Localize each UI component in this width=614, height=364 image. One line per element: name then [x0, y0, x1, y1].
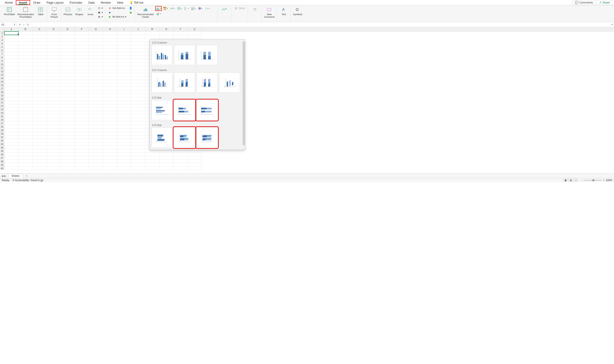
cell[interactable] [47, 129, 61, 132]
cell[interactable] [89, 83, 103, 87]
row-header[interactable]: 5 [0, 45, 4, 49]
cell[interactable] [33, 87, 47, 90]
cell[interactable] [174, 160, 187, 163]
cell[interactable] [89, 56, 103, 59]
cell[interactable] [18, 115, 33, 118]
row-header[interactable]: 13 [0, 73, 4, 77]
cell[interactable] [75, 125, 89, 129]
cell[interactable] [33, 111, 47, 115]
row-header[interactable]: 7 [0, 52, 4, 56]
cell[interactable] [131, 90, 145, 94]
cell[interactable] [47, 42, 61, 45]
column-3d[interactable] [219, 73, 240, 92]
cell[interactable] [47, 156, 61, 160]
fx-icon[interactable]: fx [27, 23, 29, 26]
cell[interactable] [61, 70, 75, 73]
cell[interactable] [18, 73, 33, 77]
tab-data[interactable]: Data [85, 0, 98, 5]
popup-scrollbar[interactable] [243, 41, 245, 145]
cell[interactable] [61, 156, 75, 160]
cell[interactable] [47, 104, 61, 108]
cell[interactable] [75, 77, 89, 80]
cell[interactable] [117, 160, 131, 163]
cell[interactable] [47, 90, 61, 94]
column-header[interactable]: D [47, 27, 61, 31]
cell[interactable] [117, 146, 131, 149]
cell[interactable] [75, 38, 89, 42]
zoom-slider[interactable] [584, 180, 601, 181]
icons-button[interactable]: Icons [85, 6, 96, 16]
cell[interactable] [61, 118, 75, 122]
cell[interactable] [131, 77, 145, 80]
cell[interactable] [187, 163, 202, 167]
cell[interactable] [117, 156, 131, 160]
cell[interactable] [187, 156, 202, 160]
cell[interactable] [131, 135, 145, 139]
cell[interactable] [75, 45, 89, 49]
cell[interactable] [61, 149, 75, 153]
cell[interactable] [61, 139, 75, 142]
cell[interactable] [4, 31, 18, 35]
cell[interactable] [33, 83, 47, 87]
cell[interactable] [103, 149, 117, 153]
cell[interactable] [89, 139, 103, 142]
cell[interactable] [89, 160, 103, 163]
cell[interactable] [4, 153, 18, 156]
cell[interactable] [103, 101, 117, 104]
cell[interactable] [131, 83, 145, 87]
cell[interactable] [33, 63, 47, 66]
cell[interactable] [18, 70, 33, 73]
cell[interactable] [4, 111, 18, 115]
cell[interactable] [103, 42, 117, 45]
slicer-button[interactable]: ▤ Slicer [233, 6, 246, 10]
100-stacked-bar-3d[interactable] [197, 128, 217, 148]
enter-icon[interactable]: ✓ [23, 23, 25, 26]
cell[interactable] [33, 42, 47, 45]
cell[interactable] [89, 167, 103, 170]
cell[interactable] [33, 135, 47, 139]
cell[interactable] [89, 52, 103, 56]
cell[interactable] [61, 49, 75, 52]
column-header[interactable]: I [117, 27, 131, 31]
row-header[interactable]: 36 [0, 153, 4, 156]
cell[interactable] [18, 111, 33, 115]
cell[interactable] [89, 118, 103, 122]
comments-button[interactable]: 💬 Comments [573, 0, 595, 5]
cell[interactable] [18, 149, 33, 153]
cell[interactable] [61, 87, 75, 90]
row-header[interactable]: 28 [0, 125, 4, 129]
cell[interactable] [47, 108, 61, 111]
tab-view[interactable]: View [114, 0, 126, 5]
cell[interactable] [145, 35, 159, 38]
cell[interactable] [75, 35, 89, 38]
cell[interactable] [131, 35, 145, 38]
column-header[interactable]: J [131, 27, 145, 31]
cell[interactable] [117, 115, 131, 118]
cell[interactable] [75, 122, 89, 125]
sparklines-button[interactable] [219, 6, 230, 13]
cell[interactable] [4, 87, 18, 90]
cell[interactable] [18, 42, 33, 45]
cancel-icon[interactable]: ✕ [19, 23, 21, 26]
cell[interactable] [18, 139, 33, 142]
cell[interactable] [131, 160, 145, 163]
cell[interactable] [89, 77, 103, 80]
cell[interactable] [131, 129, 145, 132]
cell[interactable] [47, 153, 61, 156]
cell[interactable] [117, 132, 131, 135]
cell[interactable] [174, 156, 187, 160]
cell[interactable] [33, 77, 47, 80]
cell[interactable] [4, 38, 18, 42]
statistic-chart-button[interactable]: ▾ [183, 6, 189, 11]
cell[interactable] [117, 45, 131, 49]
formula-expand[interactable]: ▼ [610, 23, 614, 26]
row-header[interactable]: 14 [0, 77, 4, 80]
cell[interactable] [75, 129, 89, 132]
cell[interactable] [18, 160, 33, 163]
pivot-chart-button[interactable]: ▾ [190, 6, 196, 11]
cell[interactable] [33, 142, 47, 146]
bing-button[interactable]: ◆ [107, 10, 127, 14]
visio-button[interactable]: ▣ [128, 10, 133, 14]
cell[interactable] [75, 160, 89, 163]
cell[interactable] [89, 163, 103, 167]
